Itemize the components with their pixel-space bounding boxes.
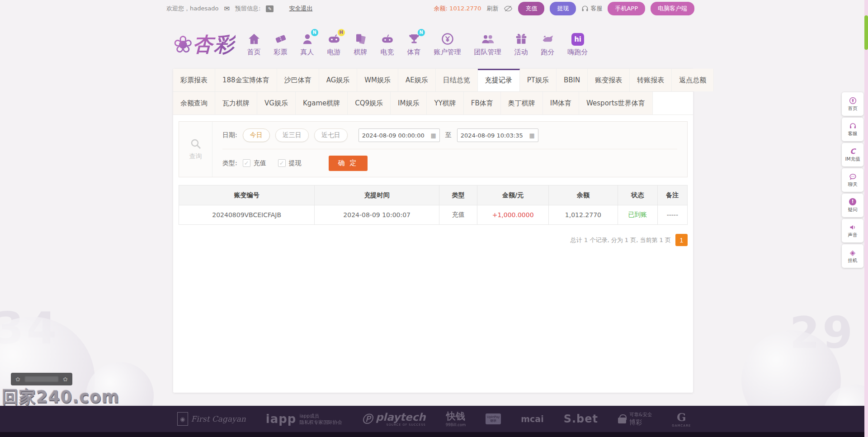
cell-account-no: 20240809VBCEICFAJB — [179, 205, 315, 225]
tab-fb-tiyu[interactable]: FB体育 — [464, 92, 501, 114]
float-question[interactable]: ! 疑问 — [842, 194, 863, 217]
tab-kgame[interactable]: Kgame棋牌 — [296, 92, 348, 114]
cell-balance: 1,012.2770 — [548, 205, 618, 225]
float-home[interactable]: 首页 — [842, 92, 863, 116]
nav-item-account[interactable]: 账户管理 — [434, 32, 461, 57]
tab-zhangbian-baobiao[interactable]: 账变报表 — [588, 69, 630, 91]
calendar-icon[interactable]: ▦ — [430, 132, 436, 139]
type-row: 类型: ✓ 充值 ✓ 提现 确 定 — [222, 149, 677, 177]
team-icon — [481, 32, 495, 46]
checkbox-icon[interactable]: ✓ — [243, 159, 250, 167]
float-sound[interactable]: 声音 — [842, 219, 863, 242]
withdraw-button[interactable]: 提现 — [550, 2, 576, 15]
gift-icon — [514, 32, 528, 46]
home-icon — [247, 32, 261, 46]
float-chat[interactable]: 聊天 — [842, 168, 863, 192]
quick-7days-button[interactable]: 近七日 — [314, 128, 348, 142]
tab-im-yule[interactable]: IM娱乐 — [391, 92, 427, 114]
recharge-checkbox[interactable]: ✓ 充值 — [243, 159, 266, 167]
tab-zhuanzhang-baobiao[interactable]: 转账报表 — [630, 69, 672, 91]
rhino-icon — [541, 32, 555, 46]
nav-item-lottery[interactable]: 彩票 — [274, 32, 288, 57]
tab-cq9[interactable]: CQ9娱乐 — [348, 92, 391, 114]
mail-icon[interactable]: ✉ — [224, 5, 230, 13]
col-balance: 余额 — [548, 185, 618, 205]
tab-vg[interactable]: VG娱乐 — [257, 92, 296, 114]
tab-ae[interactable]: AE娱乐 — [398, 69, 436, 91]
arrow-up-circle-icon — [849, 97, 857, 104]
tab-ag[interactable]: AG娱乐 — [319, 69, 358, 91]
refresh-link[interactable]: 刷新 — [486, 5, 498, 13]
balance-label: 余额: — [434, 5, 448, 12]
nav-item-home[interactable]: 首页 — [247, 32, 261, 57]
hot-badge: H — [338, 29, 345, 36]
topbar: 欢迎您，hadesado ✉ 预留信息: ✎ 安全退出 余额: 1012.277… — [166, 0, 694, 17]
query-form: 日期: 今日 近三日 近七日 2024-08-09 00:00:00 ▦ 至 2… — [212, 122, 687, 177]
nav-item-promotions[interactable]: 活动 — [514, 32, 528, 57]
nav-item-egames[interactable]: H 电游 — [327, 32, 341, 57]
cell-type: 充值 — [439, 205, 477, 225]
customer-service-link[interactable]: 客服 — [581, 5, 602, 13]
headset-icon — [581, 5, 589, 12]
diamond-icon: ◈ — [850, 248, 855, 256]
pc-client-button[interactable]: 电脑客户端 — [651, 2, 694, 15]
tab-wesports[interactable]: Wesports世界体育 — [579, 92, 653, 114]
tab-rijie-zonglan[interactable]: 日结总览 — [436, 69, 478, 91]
tab-aoding-qipai[interactable]: 奥丁棋牌 — [501, 92, 543, 114]
date-from-input[interactable]: 2024-08-09 00:00:00 ▦ — [359, 128, 440, 142]
date-label: 日期: — [222, 131, 237, 139]
exclamation-icon: ! — [849, 198, 856, 205]
footer-partner-bar: ◉ First Cagayan iapp iapp成员 隐私权专家国际协会 Ⓟ … — [0, 406, 868, 432]
tab-yue-chaxun[interactable]: 余额查询 — [173, 92, 215, 114]
mobile-app-button[interactable]: 手机APP — [608, 2, 645, 15]
float-im-recharge[interactable]: C IM充值 — [842, 143, 863, 166]
quick-today-button[interactable]: 今日 — [243, 128, 270, 142]
scrollbar-track[interactable] — [864, 0, 868, 437]
page-1-button[interactable]: 1 — [675, 234, 688, 246]
flower-icon: ✿ — [15, 376, 20, 383]
tab-im-tiyu[interactable]: IM体育 — [543, 92, 579, 114]
tab-caipiao-baobiao[interactable]: 彩票报表 — [173, 69, 215, 91]
tab-fandian-zonge[interactable]: 返点总额 — [672, 69, 714, 91]
tab-chongti-jilu-active[interactable]: 充提记录 — [478, 69, 520, 91]
nav-item-paofen[interactable]: 跑分 — [541, 32, 555, 57]
reserved-info-label: 预留信息: — [235, 5, 260, 13]
nav-item-team[interactable]: 团队管理 — [474, 32, 501, 57]
tab-wali-qipai[interactable]: 瓦力棋牌 — [215, 92, 257, 114]
tab-wm[interactable]: WM娱乐 — [357, 69, 398, 91]
logo-99bill: 快钱 99Bill.com — [446, 410, 466, 428]
nav-item-boardgames[interactable]: 棋牌 — [354, 32, 368, 57]
quick-3days-button[interactable]: 近三日 — [275, 128, 309, 142]
nav-item-esports[interactable]: 电竞 — [381, 32, 394, 57]
tab-yy-qipai[interactable]: YY棋牌 — [427, 92, 463, 114]
eye-off-icon[interactable] — [504, 5, 513, 12]
brand-logo[interactable]: ❀ 杏彩 — [173, 31, 236, 58]
col-time: 充提时间 — [315, 185, 439, 205]
confirm-button[interactable]: 确 定 — [329, 156, 368, 171]
withdraw-checkbox[interactable]: ✓ 提现 — [278, 159, 302, 167]
float-idle[interactable]: ◈ 挂机 — [842, 244, 863, 268]
page: 34 29 欢迎您，hadesado ✉ 预留信息: ✎ 安全退出 余额: 10… — [0, 0, 868, 437]
scrollbar-thumb[interactable] — [864, 15, 868, 50]
tab-pt[interactable]: PT娱乐 — [520, 69, 557, 91]
calendar-icon[interactable]: ▦ — [529, 132, 534, 139]
nav-items: 首页 彩票 N 真人 H 电游 棋牌 电竞 — [247, 32, 588, 57]
col-remark: 备注 — [657, 185, 687, 205]
nav-item-live[interactable]: N 真人 — [301, 32, 314, 57]
tab-shaba-tiyu[interactable]: 沙巴体育 — [277, 69, 319, 91]
logout-link[interactable]: 安全退出 — [289, 5, 312, 13]
recharge-button[interactable]: 充值 — [518, 2, 544, 15]
nav-item-sports[interactable]: N 体育 — [407, 32, 421, 57]
float-sidebar: 首页 客服 C IM充值 聊天 ! 疑问 声音 ◈ 挂机 — [842, 92, 863, 268]
edit-icon[interactable]: ✎ — [266, 5, 274, 12]
pagination: 总计 1 个记录, 分为 1 页, 当前第 1 页 1 — [179, 234, 688, 246]
balance-value: 1012.2770 — [449, 5, 481, 12]
checkbox-icon[interactable]: ✓ — [278, 159, 286, 167]
tab-bbin[interactable]: BBIN — [557, 69, 588, 91]
nav-item-hi-paofen[interactable]: hi 嗨跑分 — [568, 33, 588, 57]
tab-188-jinbaobo[interactable]: 188金宝博体育 — [215, 69, 277, 91]
float-service[interactable]: 客服 — [842, 118, 863, 141]
logo-playtech: Ⓟ playtech SOURCE OF SUCCESS — [362, 411, 426, 427]
date-to-input[interactable]: 2024-08-09 10:03:35 ▦ — [457, 128, 538, 142]
hi-app-icon: hi — [571, 33, 584, 46]
